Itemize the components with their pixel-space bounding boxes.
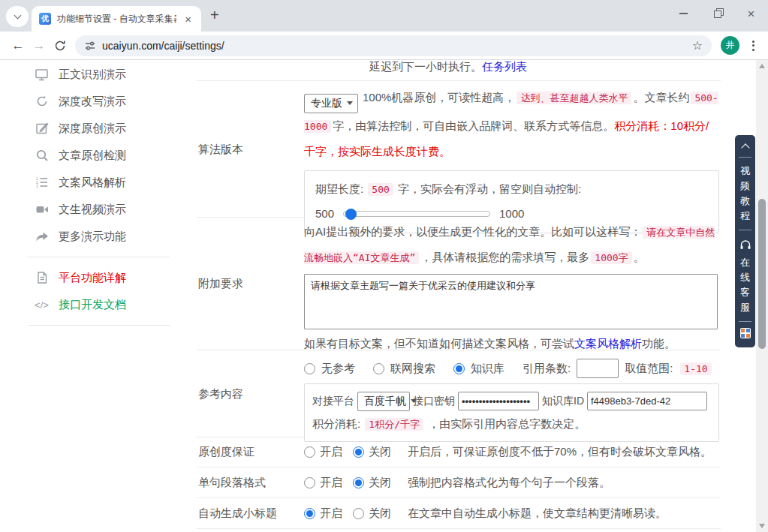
edit-icon [35,122,49,136]
reference-content-row: 参考内容 无参考 联网搜索 知识库 引用条数: 取值范围: 1-10 对接平台 [197,350,721,437]
radio-web-search-label[interactable]: 联网搜索 [390,362,435,376]
range-label: 取值范围: [625,362,673,376]
sidebar-item-label: 文生视频演示 [59,203,126,217]
online-service-button[interactable]: 在线客服 [739,255,751,315]
new-tab-button[interactable]: + [210,8,219,23]
sidebar-item-label: 平台功能详解 [59,271,126,285]
scrollbar-down-arrow[interactable] [759,524,765,528]
minimize-button[interactable] [667,0,700,27]
monitor-icon [35,68,49,82]
close-button[interactable]: × [734,0,768,27]
tab-close-icon[interactable]: × [182,13,194,26]
task-list-link[interactable]: 任务列表 [482,60,527,73]
schedule-notice-text: 延迟到下一小时执行。 [369,60,482,73]
menu-button[interactable] [746,38,760,54]
originality-guarantee-row: 原创度保证 开启 关闭 开启后，可保证原创度不低于70%，但有时会破坏文章风格。 [197,437,721,467]
select-caret-icon [347,101,353,105]
reload-icon [54,40,66,52]
platform-select[interactable]: 百度千帆 [357,392,410,411]
extra-requirements-row: 附加要求 向AI提出额外的要求，以便生成更个性化的文章。比如可以这样写：请在文章… [197,218,721,350]
sidebar-item-style-analysis[interactable]: 123 文案风格解析 [0,169,197,196]
auto-subtitle-label: 自动生成小标题 [197,506,304,521]
paragraph-on-radio[interactable] [304,477,315,488]
browser-tab[interactable]: 优 功能细节设置 - 自动文章采集器 × [32,6,201,32]
search-icon [35,149,49,163]
radio-web-search[interactable] [373,363,384,374]
sidebar-item-text-to-video[interactable]: 文生视频演示 [0,196,197,223]
length-slider[interactable] [343,211,490,217]
api-key-input[interactable] [458,392,539,410]
profile-avatar[interactable]: 井 [721,36,739,55]
sidebar-item-label: 正文识别演示 [59,68,126,82]
radio-no-reference-label[interactable]: 无参考 [321,362,355,376]
sidebar-item-content-recognition[interactable]: 正文识别演示 [0,61,197,88]
back-to-top-icon[interactable] [741,143,749,152]
sidebar-item-label: 文案风格解析 [59,176,126,190]
algorithm-version-select[interactable]: 专业版 [304,94,358,113]
qr-code-icon[interactable] [740,328,751,338]
extra-requirements-textarea[interactable]: 请根据文章主题写一篇关于优采云的使用建议和分享 [304,274,718,329]
sidebar: 正文识别演示 深度改写演示 深度原创演示 文章原创检测 123 文案风格解析 [0,60,197,332]
citation-count-label: 引用条数: [523,362,571,376]
algorithm-version-row: 算法版本 专业版100%机器原创，可读性超高，达到、甚至超越人类水平。文章长约5… [197,81,721,218]
close-icon: × [748,8,755,20]
sidebar-item-originality-check[interactable]: 文章原创检测 [0,142,197,169]
sidebar-item-deep-rewrite[interactable]: 深度改写演示 [0,88,197,115]
browser-toolbar: ← → ucaiyun.com/caiji/settings/ ☆ 井 [0,32,768,60]
video-tutorial-button[interactable]: 视频教程 [739,164,751,224]
kb-id-input[interactable] [587,392,707,410]
site-favicon: 优 [39,13,51,25]
single-sentence-paragraph-label: 单句段落格式 [197,476,304,490]
range-value: 1-10 [680,362,711,375]
url-text[interactable]: ucaiyun.com/caiji/settings/ [102,40,686,52]
sidebar-item-deep-original[interactable]: 深度原创演示 [0,115,197,142]
originality-on-radio[interactable] [304,446,315,458]
forward-button[interactable]: → [29,35,50,56]
sidebar-item-api-docs[interactable]: </> 接口开发文档 [0,291,197,318]
svg-text:3: 3 [36,184,38,188]
document-icon [35,271,49,285]
api-key-label: 接口密钥 [413,395,455,408]
reference-cost-line: 积分消耗: 1积分/千字 ，由实际引用内容总字数决定。 [312,413,711,436]
expected-length-line: 期望长度: 500 字，实际会有浮动，留空则自动控制: [315,177,708,201]
reload-button[interactable] [50,35,71,56]
browser-window: 优 功能细节设置 - 自动文章采集器 × + × ← → ucaiyun.com… [0,0,768,532]
sidebar-item-label: 深度原创演示 [59,122,126,136]
scrollbar-up-arrow[interactable] [759,64,765,68]
widget-divider [739,321,751,322]
code-icon: </> [35,298,49,312]
restore-button[interactable] [700,0,734,27]
radio-no-reference[interactable] [304,363,315,374]
refresh-icon [35,95,49,109]
tab-search-button[interactable] [6,6,29,27]
kb-id-label: 知识库ID [542,395,584,408]
video-camera-icon [35,203,49,217]
paragraph-off-radio[interactable] [353,477,364,488]
page-scrollbar[interactable] [756,60,768,532]
originality-guarantee-label: 原创度保证 [197,445,304,459]
extra-requirements-description: 向AI提出额外的要求，以便生成更个性化的文章。比如可以这样写：请在文章中自然流畅… [304,218,719,270]
radio-knowledge-base-label[interactable]: 知识库 [471,362,504,376]
address-bar[interactable]: ucaiyun.com/caiji/settings/ ☆ [75,35,712,56]
sidebar-item-platform-docs[interactable]: 平台功能详解 [0,264,197,291]
scrollbar-thumb[interactable] [758,199,766,349]
highlight-quality: 达到、甚至超越人类水平 [517,92,631,104]
headset-icon[interactable] [739,239,751,254]
chevron-down-icon [14,12,21,20]
site-settings-icon[interactable] [84,40,96,52]
bookmark-star-icon[interactable]: ☆ [692,38,703,53]
sidebar-item-more-demos[interactable]: 更多演示功能 [0,223,197,250]
style-analysis-link[interactable]: 文案风格解析 [574,337,642,350]
citation-count-input[interactable] [577,359,619,378]
subtitle-off-radio[interactable] [353,508,364,519]
back-button[interactable]: ← [8,35,29,56]
originality-off-radio[interactable] [353,446,364,458]
subtitle-description: 在文章中自动生成小标题，使文章结构更清晰易读。 [408,506,667,521]
settings-form: 延迟到下一小时执行。任务列表 算法版本 专业版100%机器原创，可读性超高，达到… [197,60,721,529]
subtitle-on-radio[interactable] [304,508,315,519]
radio-knowledge-base[interactable] [453,363,465,374]
restore-icon [714,11,721,17]
single-sentence-paragraph-row: 单句段落格式 开启 关闭 强制把内容格式化为每个句子一个段落。 [197,467,721,498]
platform-label: 对接平台 [312,395,354,408]
tab-title: 功能细节设置 - 自动文章采集器 [57,13,176,26]
